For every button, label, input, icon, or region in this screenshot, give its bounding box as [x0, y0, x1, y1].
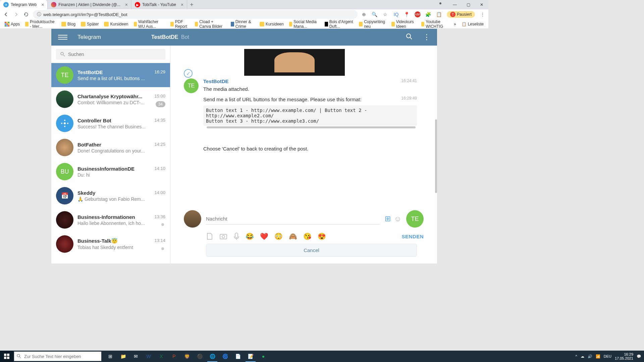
chat-area: ✓ TE 16:24:41 TestBotDE The media attach… — [170, 46, 437, 263]
bookmark-item[interactable]: Cload + Canva Bilder — [193, 19, 227, 29]
forward-button[interactable] — [13, 12, 19, 17]
maximize-button[interactable]: ▢ — [462, 0, 475, 9]
microphone-icon[interactable] — [233, 232, 239, 240]
bookmark-item[interactable]: Kursideen — [258, 21, 286, 27]
message-time: 16:24:41 — [401, 78, 417, 83]
emoji-icon[interactable]: ☺ — [394, 215, 401, 223]
chat-list-item[interactable]: Business-Informationen13:36 Hallo liebe … — [51, 208, 170, 232]
close-icon[interactable]: × — [181, 2, 183, 7]
menu-icon[interactable]: ⋮ — [480, 11, 486, 17]
tab-title: Finanzen | Aktien | Dividende (@... — [58, 2, 120, 7]
browser-tab[interactable]: ▶ TobiTalk - YouTube × — [131, 0, 187, 9]
bookmark-item[interactable]: Bois d'Argent Duft... — [323, 19, 356, 29]
svg-rect-11 — [235, 233, 238, 238]
media-attachment[interactable] — [244, 49, 345, 76]
menu-button[interactable] — [58, 35, 67, 40]
folder-icon — [25, 22, 29, 26]
close-icon[interactable]: × — [41, 2, 44, 7]
close-icon[interactable]: × — [125, 2, 128, 7]
site-info-icon[interactable]: ⓘ — [37, 11, 41, 17]
bookmark-item[interactable]: Produktsuche - Mer... — [23, 19, 58, 29]
check-icon: ✓ — [184, 69, 193, 78]
readinglist-icon[interactable]: 📋 — [436, 11, 442, 17]
chat-header-title[interactable]: TestBotDE Bot — [151, 34, 189, 40]
message-input[interactable] — [206, 213, 380, 225]
bookmark-item[interactable]: Blog — [59, 21, 77, 27]
adblock-icon[interactable]: ABP — [415, 11, 421, 17]
search-box[interactable] — [56, 49, 165, 60]
emoji-quick[interactable]: 😳 — [274, 232, 283, 240]
emoji-quick[interactable]: 🙈 — [289, 232, 297, 240]
install-icon[interactable]: ⊕ — [361, 11, 367, 17]
search-button[interactable] — [406, 33, 413, 42]
youtube-icon: ▶ — [135, 2, 140, 7]
bookmark-item[interactable]: Wahlfächer WU Aus... — [132, 19, 167, 29]
url-bar[interactable]: ⓘ web.telegram.org/#/im?p=@TestBotDE_bot — [33, 10, 358, 19]
svg-point-6 — [64, 126, 65, 127]
bookmark-bar: Apps Produktsuche - Mer... Blog Später K… — [0, 19, 488, 29]
chat-list-item[interactable]: BU BusinessInformationDE14:10 Du: hi — [51, 160, 170, 184]
bookmark-item[interactable]: PDF Report — [168, 19, 192, 29]
bookmark-item[interactable]: Kursideen — [102, 21, 130, 27]
bookmark-item[interactable]: Copywriting neu — [357, 19, 388, 29]
list-icon: 📋 — [462, 22, 467, 26]
telegram-icon: ✈ — [3, 2, 9, 7]
bookmark-item[interactable]: Später — [79, 21, 101, 27]
cancel-button[interactable]: Cancel — [206, 244, 417, 257]
emoji-quick[interactable]: 😂 — [246, 232, 254, 240]
emoji-quick[interactable]: 😘 — [303, 232, 312, 240]
avatar[interactable]: TE — [184, 78, 199, 93]
camera-icon[interactable] — [219, 233, 227, 240]
bookmark-overflow[interactable]: » — [452, 21, 458, 27]
chat-list[interactable]: TE TestBotDE16:29 Send me a list of URL … — [51, 63, 170, 263]
profile-avatar-icon: T — [450, 12, 455, 17]
search-input[interactable] — [68, 52, 161, 57]
instagram-icon — [51, 2, 56, 7]
profile-paused[interactable]: T Pausiert — [447, 11, 475, 18]
bookmark-item[interactable]: Youtube WICHTIG — [419, 19, 450, 29]
close-button[interactable]: ✕ — [475, 0, 488, 9]
bot-avatar[interactable]: TE — [406, 210, 424, 228]
reload-button[interactable] — [23, 12, 30, 17]
new-tab-button[interactable]: + — [187, 1, 196, 8]
scrollbar[interactable] — [207, 126, 416, 128]
browser-tab[interactable]: Finanzen | Aktien | Dividende (@... × — [48, 0, 131, 9]
reading-list-button[interactable]: 📋Leseliste — [460, 21, 486, 27]
bookmark-item[interactable]: Dinner & Crime — [229, 19, 256, 29]
chat-list-item[interactable]: Controller Bot14:35 Success! The channel… — [51, 111, 170, 135]
zoom-icon[interactable]: 🔍 — [372, 11, 378, 17]
bookmark-item[interactable]: Videokurs Ideen — [389, 19, 418, 29]
svg-point-0 — [407, 34, 411, 38]
keyboard-icon[interactable]: ⊞ — [385, 215, 391, 223]
bookmark-item[interactable]: Social Media Mana... — [287, 19, 321, 29]
account-icon[interactable]: ● — [437, 0, 443, 6]
back-button[interactable] — [3, 12, 9, 17]
message: TE 16:24:41 TestBotDE The media attached… — [184, 78, 417, 93]
emoji-quick[interactable]: 😍 — [318, 232, 326, 240]
star-icon[interactable]: ☆ — [382, 11, 388, 17]
extensions-icon[interactable]: 🧩 — [425, 11, 431, 17]
app-body: TE TestBotDE16:29 Send me a list of URL … — [51, 46, 437, 263]
scrollbar[interactable] — [435, 119, 437, 193]
extension-icon[interactable]: IQ — [393, 11, 399, 17]
chat-list-item[interactable]: Chartanalyse Kryptowähr...15:00 Combot: … — [51, 87, 170, 111]
chat-list-item[interactable]: Business-Talk😇13:14 Tobias hat Skeddy en… — [51, 232, 170, 256]
send-button[interactable]: SENDEN — [401, 234, 424, 239]
paused-label: Pausiert — [457, 12, 472, 17]
message-list[interactable]: ✓ TE 16:24:41 TestBotDE The media attach… — [170, 46, 437, 210]
apps-button[interactable]: Apps — [3, 21, 22, 27]
minimize-button[interactable]: — — [448, 0, 462, 9]
user-avatar[interactable] — [184, 210, 201, 228]
extension-icon[interactable]: 📍 — [404, 11, 410, 17]
emoji-quick[interactable]: ❤️ — [260, 232, 268, 240]
more-button[interactable]: ⋮ — [423, 33, 430, 42]
browser-chrome: ✈ Telegram Web × Finanzen | Aktien | Div… — [0, 0, 488, 29]
message-sender[interactable]: TestBotDE — [203, 78, 417, 84]
browser-tab[interactable]: ✈ Telegram Web × — [0, 0, 48, 9]
chat-list-item[interactable]: 📅 Skeddy14:00 🙏 Geburtstag von Fabio Rem… — [51, 184, 170, 208]
chat-list-item[interactable]: TE TestBotDE16:29 Send me a list of URL … — [51, 63, 170, 87]
chat-list-item[interactable]: BotFather14:25 Done! Congratulations on … — [51, 135, 170, 160]
search-icon — [60, 52, 65, 57]
folder-icon — [81, 22, 86, 26]
attach-file-icon[interactable] — [206, 233, 213, 240]
